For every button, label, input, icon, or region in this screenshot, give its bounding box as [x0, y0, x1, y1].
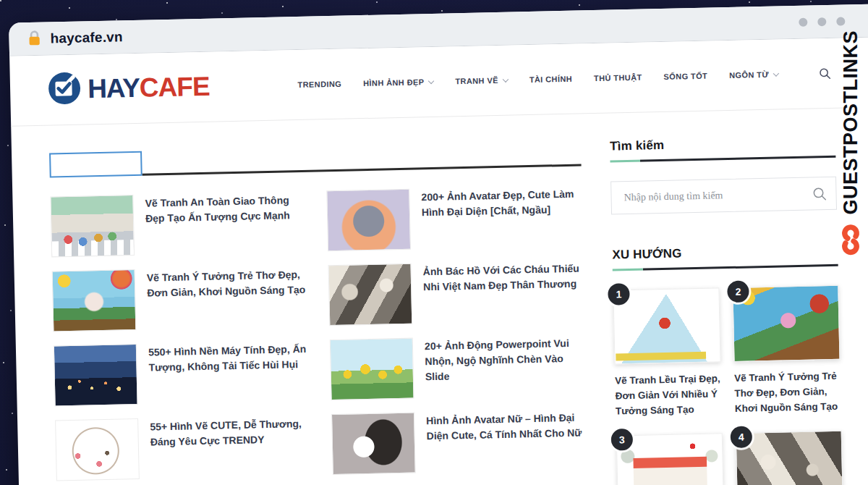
- nav-label: TRANH VẼ: [455, 76, 498, 85]
- address-bar-url[interactable]: haycafe.vn: [50, 29, 123, 46]
- nav-item-song-tot[interactable]: SỐNG TỐT: [663, 72, 707, 81]
- article-thumbnail[interactable]: [326, 189, 411, 251]
- tab-divider-line: [142, 164, 582, 175]
- article-column-left: Vẽ Tranh An Toàn Giao Thông Đẹp Tạo Ấn T…: [50, 191, 312, 485]
- logo-hay: HAY: [88, 73, 140, 104]
- article-item[interactable]: Ảnh Bác Hồ Với Các Cháu Thiếu Nhi Việt N…: [328, 259, 584, 326]
- trending-item[interactable]: 2 Vẽ Tranh Ý Tưởng Trẻ Thơ Đẹp, Đơn Giản…: [732, 285, 841, 417]
- article-item[interactable]: 550+ Hình Nền Máy Tính Đẹp, Ấn Tượng, Kh…: [54, 340, 310, 407]
- rank-badge: 4: [730, 426, 752, 448]
- sidebar: Tìm kiếm XU HƯỚNG 1 Vẽ Tranh Lều Trại Đẹ…: [610, 135, 844, 485]
- trending-grid: 1 Vẽ Tranh Lều Trại Đẹp, Đơn Giản Với Nh…: [613, 285, 843, 485]
- guestpostlinks-label: GUESTPOSTLINKS: [840, 30, 862, 215]
- search-submit-icon[interactable]: [812, 186, 827, 201]
- heading-underline: [613, 264, 838, 271]
- window-dot[interactable]: [799, 18, 807, 27]
- nav-label: SỐNG TỐT: [663, 72, 707, 81]
- site-logo[interactable]: HAYCAFE: [48, 69, 210, 109]
- main-navigation: TRENDING HÌNH ẢNH ĐẸP TRANH VẼ TÀI CHÍNH…: [297, 67, 831, 90]
- nav-item-tranh-ve[interactable]: TRANH VẼ: [455, 76, 508, 86]
- page-layout: Vẽ Tranh An Toàn Giao Thông Đẹp Tạo Ấn T…: [49, 135, 850, 485]
- nav-search-icon[interactable]: [819, 67, 831, 79]
- trending-item[interactable]: 4: [736, 430, 843, 485]
- nav-label: NGÔN TỪ: [729, 70, 769, 80]
- rank-badge: 3: [611, 429, 634, 451]
- guestpostlinks-banner[interactable]: GUESTPOSTLINKS: [833, 30, 868, 257]
- article-thumbnail[interactable]: [328, 263, 413, 326]
- trending-thumbnail[interactable]: [732, 285, 840, 362]
- article-title[interactable]: 200+ Ảnh Avatar Đẹp, Cute Làm Hình Đại D…: [421, 185, 582, 249]
- trending-title[interactable]: Vẽ Tranh Ý Tưởng Trẻ Thơ Đẹp, Đơn Giản, …: [734, 369, 841, 417]
- nav-item-tai-chinh[interactable]: TÀI CHÍNH: [529, 75, 572, 84]
- article-title[interactable]: Vẽ Tranh Ý Tưởng Trẻ Thơ Đẹp, Đơn Giản, …: [147, 266, 308, 330]
- search-widget-title: Tìm kiếm: [610, 135, 835, 154]
- active-tab[interactable]: [49, 151, 142, 178]
- sidebar-search-box: [610, 177, 837, 215]
- starfield-background: [0, 0, 1, 1]
- tabs-row: [49, 140, 582, 177]
- chevron-down-icon: [428, 77, 434, 83]
- article-title[interactable]: 55+ Hình Vẽ CUTE, Dễ Thương, Đáng Yêu Cự…: [150, 415, 311, 479]
- chevron-down-icon: [503, 76, 509, 82]
- article-thumbnail[interactable]: [52, 269, 137, 332]
- trending-widget-title: XU HƯỚNG: [612, 243, 838, 263]
- window-controls: [799, 17, 845, 26]
- nav-item-ngon-tu[interactable]: NGÔN TỪ: [729, 70, 778, 80]
- logo-check-icon: [48, 72, 82, 109]
- search-input[interactable]: [622, 187, 807, 205]
- article-thumbnail[interactable]: [50, 195, 135, 257]
- article-thumbnail[interactable]: [55, 418, 140, 481]
- article-thumbnail[interactable]: [54, 344, 138, 406]
- logo-cafe: CAFE: [139, 72, 210, 103]
- nav-item-thu-thuat[interactable]: THỦ THUẬT: [594, 73, 642, 83]
- trending-title[interactable]: Vẽ Tranh Lều Trại Đẹp, Đơn Giản Với Nhiề…: [615, 371, 722, 419]
- article-column-right: 200+ Ảnh Avatar Đẹp, Cute Làm Hình Đại D…: [326, 185, 589, 485]
- article-item[interactable]: 200+ Ảnh Avatar Đẹp, Cute Làm Hình Đại D…: [326, 185, 582, 251]
- logo-wordmark: HAYCAFE: [88, 72, 210, 105]
- nav-label: TRENDING: [297, 80, 341, 89]
- trending-thumbnail[interactable]: [613, 287, 720, 364]
- lock-icon: [27, 30, 41, 47]
- article-item[interactable]: Vẽ Tranh An Toàn Giao Thông Đẹp Tạo Ấn T…: [50, 191, 306, 258]
- article-item[interactable]: Vẽ Tranh Ý Tưởng Trẻ Thơ Đẹp, Đơn Giản, …: [52, 266, 308, 332]
- chevron-down-icon: [773, 70, 779, 76]
- article-thumbnail[interactable]: [331, 413, 416, 475]
- article-item[interactable]: 55+ Hình Vẽ CUTE, Dễ Thương, Đáng Yêu Cự…: [55, 415, 311, 481]
- nav-label: TÀI CHÍNH: [529, 75, 572, 84]
- browser-window: haycafe.vn HAYCAFE TRENDING HÌNH ẢNH ĐẸP…: [9, 1, 868, 485]
- trending-item[interactable]: 1 Vẽ Tranh Lều Trại Đẹp, Đơn Giản Với Nh…: [613, 287, 722, 419]
- article-item[interactable]: Hình Ảnh Avatar Nữ – Hình Đại Diện Cute,…: [331, 408, 587, 475]
- article-title[interactable]: Hình Ảnh Avatar Nữ – Hình Đại Diện Cute,…: [426, 408, 587, 473]
- nav-item-hinh-anh-dep[interactable]: HÌNH ẢNH ĐẸP: [363, 77, 433, 88]
- article-thumbnail[interactable]: [330, 338, 414, 400]
- trending-item[interactable]: 3: [616, 433, 724, 485]
- article-title[interactable]: 550+ Hình Nền Máy Tính Đẹp, Ấn Tượng, Kh…: [148, 340, 310, 405]
- nav-label: THỦ THUẬT: [594, 73, 642, 83]
- nav-label: HÌNH ẢNH ĐẸP: [363, 77, 424, 88]
- window-dot[interactable]: [836, 17, 845, 25]
- chain-link-icon: [836, 224, 865, 257]
- article-grid: Vẽ Tranh An Toàn Giao Thông Đẹp Tạo Ấn T…: [50, 185, 590, 485]
- article-title[interactable]: Ảnh Bác Hồ Với Các Cháu Thiếu Nhi Việt N…: [422, 259, 584, 324]
- article-title[interactable]: Vẽ Tranh An Toàn Giao Thông Đẹp Tạo Ấn T…: [145, 191, 306, 256]
- window-dot[interactable]: [817, 17, 826, 26]
- heading-underline: [610, 156, 835, 163]
- nav-item-trending[interactable]: TRENDING: [297, 80, 341, 89]
- article-item[interactable]: 20+ Ảnh Động Powerpoint Vui Nhộn, Ngộ Ng…: [330, 334, 586, 400]
- article-title[interactable]: 20+ Ảnh Động Powerpoint Vui Nhộn, Ngộ Ng…: [425, 334, 586, 398]
- article-list-section: Vẽ Tranh An Toàn Giao Thông Đẹp Tạo Ấn T…: [49, 140, 590, 485]
